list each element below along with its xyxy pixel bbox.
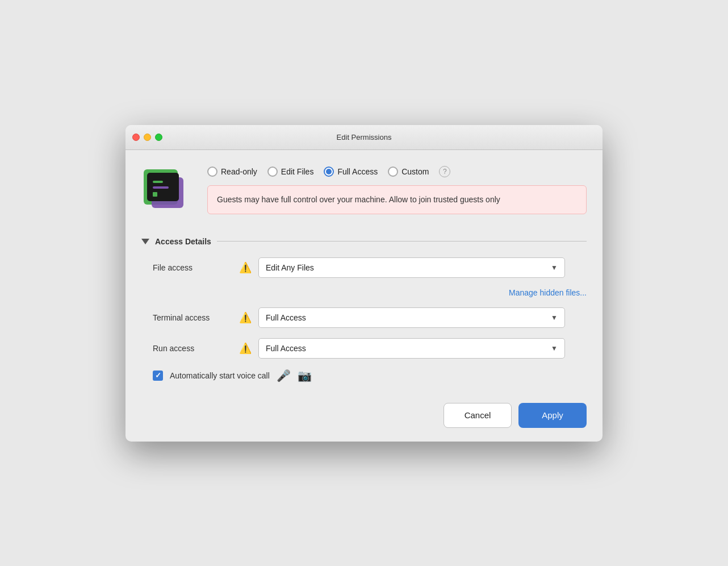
radio-label-edit-files: Edit Files [281, 167, 314, 176]
terminal-access-row: Terminal access ⚠️ Full Access ▼ [141, 307, 587, 328]
apply-button[interactable]: Apply [518, 403, 587, 428]
right-section: Read-only Edit Files Full Access Custom [207, 164, 587, 226]
terminal-access-warning-icon: ⚠️ [239, 311, 252, 324]
svg-rect-3 [153, 181, 163, 183]
radio-circle-custom [388, 167, 398, 177]
svg-rect-4 [153, 186, 169, 189]
file-access-value: Edit Any Files [266, 263, 314, 272]
app-icon [141, 164, 191, 214]
run-dropdown-arrow-icon: ▼ [551, 344, 558, 352]
file-access-row: File access ⚠️ Edit Any Files ▼ [141, 257, 587, 278]
radio-group: Read-only Edit Files Full Access Custom [207, 164, 587, 177]
run-access-label: Run access [153, 344, 232, 353]
radio-read-only[interactable]: Read-only [207, 167, 257, 177]
radio-circle-edit-files [267, 167, 278, 177]
voice-call-checkbox[interactable]: ✓ [153, 371, 163, 381]
voice-call-row: ✓ Automatically start voice call 🎤 📷 [141, 369, 587, 382]
mute-speaker-icon: 📷 [298, 369, 312, 382]
top-section: Read-only Edit Files Full Access Custom [141, 164, 587, 226]
run-access-dropdown[interactable]: Full Access ▼ [258, 338, 565, 359]
radio-circle-full-access [324, 167, 334, 177]
radio-full-access[interactable]: Full Access [324, 167, 378, 177]
checkbox-check-icon: ✓ [155, 371, 161, 380]
radio-label-full-access: Full Access [337, 167, 378, 176]
divider-line [217, 241, 587, 242]
dropdown-arrow-icon: ▼ [551, 264, 558, 272]
close-button[interactable] [132, 134, 140, 141]
traffic-lights [132, 134, 162, 141]
file-access-label: File access [153, 263, 232, 272]
main-window: Edit Permissions [125, 125, 603, 442]
radio-label-read-only: Read-only [221, 167, 257, 176]
mute-microphone-icon: 🎤 [277, 369, 291, 382]
terminal-access-dropdown[interactable]: Full Access ▼ [258, 307, 565, 328]
section-title: Access Details [155, 237, 211, 246]
buttons-row: Cancel Apply [141, 399, 587, 428]
titlebar: Edit Permissions [125, 125, 603, 150]
radio-circle-read-only [207, 167, 217, 177]
minimize-button[interactable] [144, 134, 151, 141]
run-access-warning-icon: ⚠️ [239, 342, 252, 355]
terminal-access-value: Full Access [266, 313, 306, 322]
run-access-value: Full Access [266, 344, 306, 353]
svg-rect-5 [153, 192, 157, 197]
cancel-button[interactable]: Cancel [444, 403, 512, 428]
run-access-row: Run access ⚠️ Full Access ▼ [141, 338, 587, 359]
file-access-dropdown[interactable]: Edit Any Files ▼ [258, 257, 565, 278]
radio-label-custom: Custom [401, 167, 429, 176]
radio-custom[interactable]: Custom [388, 167, 429, 177]
access-details-header: Access Details [141, 237, 587, 246]
radio-edit-files[interactable]: Edit Files [267, 167, 314, 177]
window-title: Edit Permissions [337, 133, 392, 142]
voice-call-label: Automatically start voice call [170, 371, 270, 380]
terminal-access-label: Terminal access [153, 313, 232, 322]
warning-text: Guests may have full control over your m… [217, 195, 500, 204]
warning-box: Guests may have full control over your m… [207, 185, 587, 214]
terminal-dropdown-arrow-icon: ▼ [551, 314, 558, 322]
manage-hidden-files-link[interactable]: Manage hidden files... [141, 288, 587, 297]
help-button[interactable]: ? [439, 166, 450, 177]
maximize-button[interactable] [155, 134, 162, 141]
collapse-icon[interactable] [141, 239, 149, 244]
file-access-warning-icon: ⚠️ [239, 261, 252, 274]
content-area: Read-only Edit Files Full Access Custom [125, 150, 603, 442]
